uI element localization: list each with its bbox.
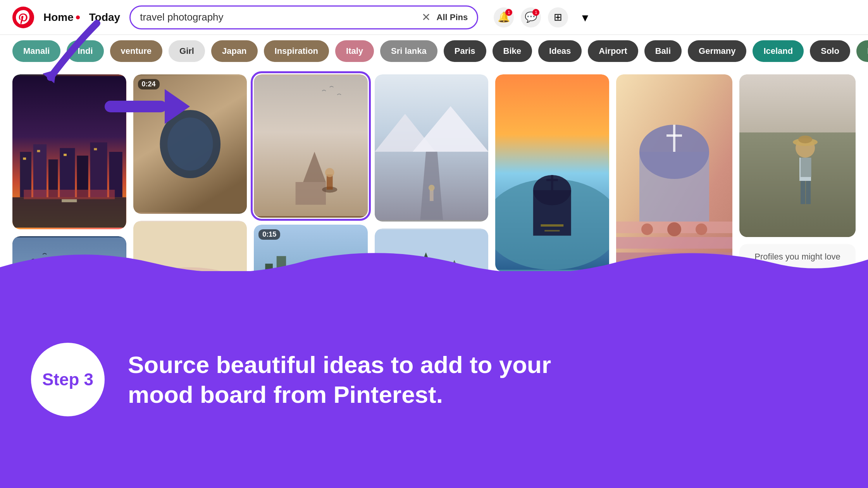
step-section: Step 3 Source beautiful ideas to add to … [0,271,868,488]
svg-rect-28 [296,182,326,205]
header: Home Today ✕ All Pins 🔔 1 💬 1 ⊞ ▾ [0,0,868,35]
step-main-text: Source beautiful ideas to add to your mo… [128,350,551,410]
svg-rect-56 [545,230,560,232]
svg-rect-63 [666,134,682,137]
chip-inspiration[interactable]: Inspiration [264,40,329,62]
svg-rect-10 [37,150,40,152]
pin-cave[interactable]: 0:24 [133,74,247,214]
chip-manali[interactable]: Manali [12,40,60,62]
chip-iceland[interactable]: Iceland [753,40,804,62]
svg-point-68 [667,222,681,236]
chip-girl[interactable]: Girl [169,40,205,62]
pin-sunset-church[interactable] [495,74,609,272]
svg-point-67 [641,223,653,235]
svg-rect-11 [64,154,67,156]
svg-rect-55 [541,224,564,227]
home-active-dot [76,15,80,19]
chip-italy[interactable]: Italy [335,40,374,62]
search-clear-icon[interactable]: ✕ [422,11,431,24]
chip-japan[interactable]: Japan [211,40,258,62]
pinterest-logo-icon[interactable] [12,7,34,28]
pin-duration-badge-2: 0:15 [258,229,280,240]
chevron-down-icon[interactable]: ▾ [575,7,595,27]
filter-chips-row: Manali Indi venture Girl Japan Inspirati… [0,35,868,67]
chip-airport[interactable]: Airport [588,40,638,62]
svg-point-43 [429,185,435,191]
svg-point-22 [167,117,213,170]
svg-rect-9 [23,158,26,160]
svg-rect-62 [673,125,675,152]
svg-point-74 [798,136,812,143]
svg-point-31 [325,168,334,177]
notification-badge: 1 [505,9,512,16]
svg-rect-65 [616,237,732,249]
chip-bike[interactable]: Bike [493,40,532,62]
today-label: Today [89,11,120,23]
step-label: Step 3 [42,370,93,389]
chip-paris[interactable]: Paris [444,40,486,62]
header-icons: 🔔 1 💬 1 ⊞ ▾ [494,7,595,27]
svg-rect-7 [90,143,107,198]
chip-venture[interactable]: venture [110,40,162,62]
chip-germany[interactable]: Germany [688,40,746,62]
pin-architecture-stairs[interactable] [616,74,732,272]
svg-rect-78 [806,181,811,204]
step-text-block: Source beautiful ideas to add to your mo… [128,350,551,410]
pin-duration-badge: 0:24 [138,79,160,89]
all-pins-button[interactable]: All Pins [437,12,468,22]
chip-solo[interactable]: Solo [810,40,850,62]
svg-rect-42 [430,190,434,201]
chip-srilanka[interactable]: Sri lanka [380,40,437,62]
step-description: Source beautiful ideas to add to your mo… [128,351,551,408]
pin-temple-girl[interactable] [254,74,368,218]
svg-rect-76 [801,158,811,177]
svg-rect-77 [801,181,805,204]
today-nav[interactable]: Today [89,11,120,24]
search-bar: ✕ All Pins [129,5,478,29]
messages-icon[interactable]: 💬 1 [521,7,541,27]
svg-point-69 [696,223,707,235]
home-label: Home [43,11,74,24]
grid-icon[interactable]: ⊞ [548,7,568,27]
step-circle: Step 3 [31,343,105,416]
pin-amalfi[interactable] [12,74,126,229]
search-input[interactable] [140,11,421,23]
chip-indi[interactable]: Indi [67,40,103,62]
profiles-section: Profiles you might love [739,244,856,270]
notifications-icon[interactable]: 🔔 1 [494,7,514,27]
svg-rect-53 [551,175,553,190]
pin-backpacker-girl[interactable] [739,74,856,237]
chip-bali[interactable]: Bali [644,40,682,62]
home-nav[interactable]: Home [43,11,80,24]
chip-ideas[interactable]: Ideas [538,40,582,62]
chip-indian-train[interactable]: Indian train [856,40,868,62]
svg-rect-14 [62,199,77,202]
svg-point-0 [12,7,34,28]
svg-rect-15 [24,190,115,199]
pin-snowy-road[interactable] [375,74,489,222]
svg-rect-66 [616,253,732,272]
message-badge: 1 [532,9,539,16]
svg-rect-54 [547,179,558,181]
profiles-text: Profiles you might love [754,252,840,262]
svg-rect-12 [94,148,97,150]
